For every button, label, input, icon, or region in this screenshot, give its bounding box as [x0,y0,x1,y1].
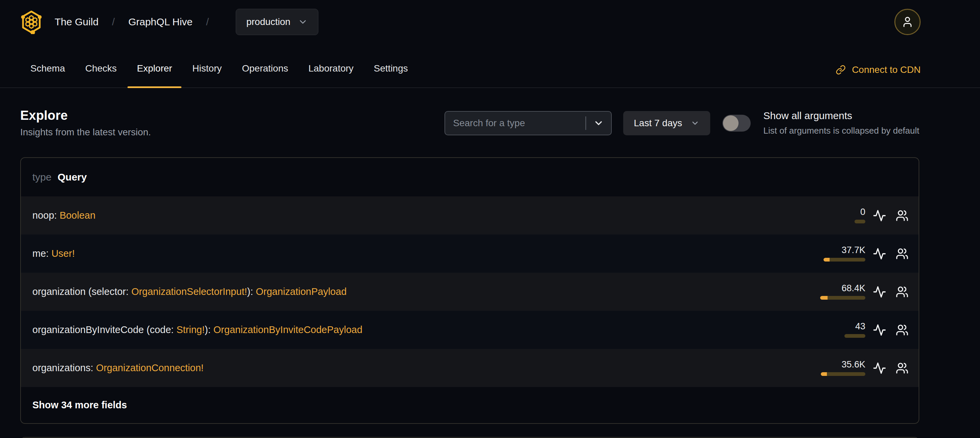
type-card-header: type Query [21,158,919,196]
link-icon [836,65,846,75]
activity-icon[interactable] [873,247,886,261]
page-head: Explore Insights from the latest version… [20,108,919,138]
field-row: organization (selector: OrganizationSele… [21,272,919,311]
chevron-down-icon [593,118,604,129]
connect-to-cdn-link[interactable]: Connect to CDN [836,64,921,88]
users-icon[interactable] [896,285,908,298]
user-icon [901,16,913,28]
type-kind-label: type [32,171,52,183]
users-icon[interactable] [896,247,908,260]
period-value: Last 7 days [634,118,682,129]
usage-bar [845,334,865,338]
breadcrumb-org[interactable]: The Guild [55,16,99,28]
nav-tabs: SchemaChecksExplorerHistoryOperationsLab… [20,44,418,88]
show-all-arguments-toggle[interactable] [722,115,751,132]
usage-bar [824,258,865,261]
field-usage-stats: 37.7K [808,246,865,261]
toggle-description: List of arguments is collapsed by defaul… [764,126,919,136]
show-more-fields-button[interactable]: Show 34 more fields [21,387,919,423]
usage-bar-highlight [821,372,827,376]
field-text: ): [247,286,256,297]
hive-logo[interactable] [20,10,43,34]
usage-count: 0 [860,207,865,217]
connect-to-cdn-label: Connect to CDN [852,64,921,75]
activity-icon[interactable] [873,362,886,375]
usage-bar [821,372,865,376]
type-link[interactable]: Boolean [60,210,95,221]
users-icon[interactable] [896,323,908,336]
period-dropdown[interactable]: Last 7 days [623,111,710,135]
field-usage-stats: 43 [808,322,865,338]
users-icon[interactable] [896,362,908,374]
usage-bar-highlight [820,296,827,299]
tab-laboratory[interactable]: Laboratory [298,63,364,88]
field-rows: noop: Boolean0me: User!37.7Korganization… [21,196,919,387]
toggle-labels: Show all arguments List of arguments is … [764,110,919,136]
top-bar: The Guild / GraphQL Hive / production [0,0,980,44]
field-usage-stats: 0 [808,207,865,223]
type-name: Query [58,171,87,183]
search-dropdown-toggle[interactable] [586,112,611,135]
tab-schema[interactable]: Schema [20,63,75,88]
field-usage-stats: 35.6K [808,360,865,376]
field-row: noop: Boolean0 [21,196,919,234]
field-signature: me: User! [32,248,808,259]
usage-bar [820,296,865,299]
filters-bar: Last 7 days Show all arguments List of a… [444,110,919,136]
tab-explorer[interactable]: Explorer [127,63,182,88]
nav-bar: SchemaChecksExplorerHistoryOperationsLab… [0,44,980,88]
breadcrumb-project[interactable]: GraphQL Hive [128,16,192,28]
page-title-block: Explore Insights from the latest version… [20,108,151,138]
tab-checks[interactable]: Checks [75,63,127,88]
breadcrumb: The Guild / GraphQL Hive / [55,16,222,28]
target-selector-value: production [246,16,290,27]
usage-count: 37.7K [842,246,865,255]
tab-settings[interactable]: Settings [364,63,418,88]
breadcrumb-separator: / [112,16,115,28]
field-row: me: User!37.7K [21,234,919,272]
toggle-knob [723,115,738,131]
type-link[interactable]: OrganizationConnection! [96,362,204,373]
search-input[interactable] [445,112,585,135]
chevron-down-icon [690,119,699,127]
type-search-combobox [444,111,612,135]
field-text: organization (selector: [32,286,131,297]
usage-count: 43 [855,322,865,331]
type-card-query: type Query noop: Boolean0me: User!37.7Ko… [20,157,919,424]
field-signature: organizations: OrganizationConnection! [32,362,808,374]
tab-history[interactable]: History [182,63,232,88]
chevron-down-icon [298,17,308,27]
field-usage-stats: 68.4K [808,284,865,299]
target-selector-dropdown[interactable]: production [236,9,318,35]
toggle-label: Show all arguments [764,110,919,121]
type-link[interactable]: OrganizationSelectorInput! [131,286,247,297]
page-title: Explore [20,108,151,123]
field-row: organizationByInviteCode (code: String!)… [21,311,919,349]
usage-bar-highlight [824,258,830,261]
field-signature: noop: Boolean [32,210,808,221]
field-text: noop: [32,210,60,221]
type-link[interactable]: String! [177,324,205,335]
type-link[interactable]: OrganizationByInviteCodePayload [213,324,363,335]
usage-bar [854,220,865,223]
main-content: Explore Insights from the latest version… [0,108,980,438]
usage-count: 35.6K [842,360,865,369]
activity-icon[interactable] [873,323,886,337]
field-row: organizations: OrganizationConnection!35… [21,349,919,387]
field-signature: organizationByInviteCode (code: String!)… [32,324,808,335]
field-text: organizationByInviteCode (code: [32,324,177,335]
breadcrumb-separator: / [206,16,209,28]
field-text: ): [205,324,213,335]
type-link[interactable]: User! [51,248,75,259]
activity-icon[interactable] [873,285,886,299]
field-signature: organization (selector: OrganizationSele… [32,286,808,297]
user-avatar-button[interactable] [894,9,921,35]
type-link[interactable]: OrganizationPayload [256,286,347,297]
activity-icon[interactable] [873,209,886,222]
page-subtitle: Insights from the latest version. [20,127,151,138]
usage-count: 68.4K [842,284,865,293]
tab-operations[interactable]: Operations [232,63,298,88]
users-icon[interactable] [896,209,908,222]
field-text: me: [32,248,51,259]
field-text: organizations: [32,362,96,373]
